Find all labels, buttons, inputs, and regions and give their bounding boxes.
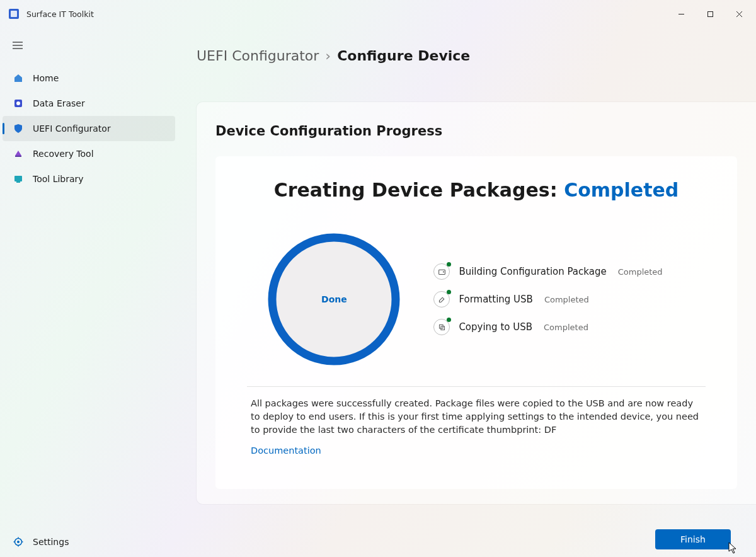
sidebar-item-data-eraser[interactable]: Data Eraser [3,91,175,116]
sidebar-item-uefi-configurator[interactable]: UEFI Configurator [3,116,175,141]
sidebar-item-tool-library[interactable]: Tool Library [3,166,175,192]
svg-rect-3 [707,11,713,16]
sidebar-item-label: UEFI Configurator [33,123,111,134]
status-title: Creating Device Packages: Completed [251,179,702,201]
svg-rect-1 [11,11,17,17]
sidebar-item-label: Home [33,73,59,83]
sidebar-item-recovery-tool[interactable]: Recovery Tool [3,141,175,166]
progress-card: Creating Device Packages: Completed Done [215,156,737,489]
sidebar-item-label: Settings [33,537,69,547]
shield-config-icon [11,123,25,134]
footer-actions: Finish [655,529,731,549]
svg-rect-12 [14,176,22,181]
sidebar-item-settings[interactable]: Settings [3,529,175,554]
copy-icon [433,319,450,335]
svg-point-15 [17,541,20,543]
chevron-right-icon: › [325,48,331,64]
sidebar-item-label: Recovery Tool [33,149,94,159]
documentation-link[interactable]: Documentation [251,445,702,456]
title-bar: Surface IT Toolkit [0,0,756,28]
status-prefix: Creating Device Packages: [274,179,558,201]
sidebar-item-label: Data Eraser [33,98,85,108]
app-icon [9,9,19,19]
window-controls [667,4,753,24]
step-row: Formatting USB Completed [433,291,662,307]
content-panel: Device Configuration Progress Creating D… [197,102,756,504]
sidebar: Home Data Eraser UEFI Configurator Recov… [0,28,178,557]
main-area: UEFI Configurator › Configure Device Dev… [178,28,756,557]
progress-ring-label: Done [265,230,403,369]
app-title: Surface IT Toolkit [26,9,94,19]
step-row: Copying to USB Completed [433,319,662,335]
minimize-button[interactable] [667,4,696,24]
recovery-icon [11,149,25,159]
step-label: Formatting USB [459,294,533,305]
progress-ring: Done [265,230,403,369]
svg-rect-11 [15,156,21,157]
home-icon [11,73,25,83]
format-icon [433,291,450,307]
step-list: Building Configuration Package Completed… [433,263,662,335]
status-value: Completed [564,179,679,201]
breadcrumb-parent[interactable]: UEFI Configurator [197,48,319,64]
package-icon [433,263,450,280]
divider [247,386,706,387]
finish-button[interactable]: Finish [655,529,731,549]
page-heading: Device Configuration Progress [215,123,737,139]
summary-text: All packages were successfully created. … [251,397,702,437]
library-icon [11,174,25,184]
eraser-icon [11,98,25,108]
step-label: Building Configuration Package [459,266,606,277]
hamburger-button[interactable] [5,34,30,57]
step-status: Completed [544,295,589,304]
gear-icon [11,537,25,547]
svg-rect-13 [16,181,20,183]
breadcrumb-current: Configure Device [337,48,470,64]
svg-point-23 [443,271,444,272]
step-status: Completed [618,267,663,277]
close-button[interactable] [724,4,753,24]
sidebar-item-label: Tool Library [33,174,84,184]
step-row: Building Configuration Package Completed [433,263,662,280]
sidebar-item-home[interactable]: Home [3,66,175,91]
maximize-button[interactable] [696,4,724,24]
step-label: Copying to USB [459,321,532,333]
step-status: Completed [544,323,588,332]
breadcrumb: UEFI Configurator › Configure Device [178,28,756,64]
svg-point-10 [16,101,20,105]
nav-list: Home Data Eraser UEFI Configurator Recov… [0,66,178,192]
